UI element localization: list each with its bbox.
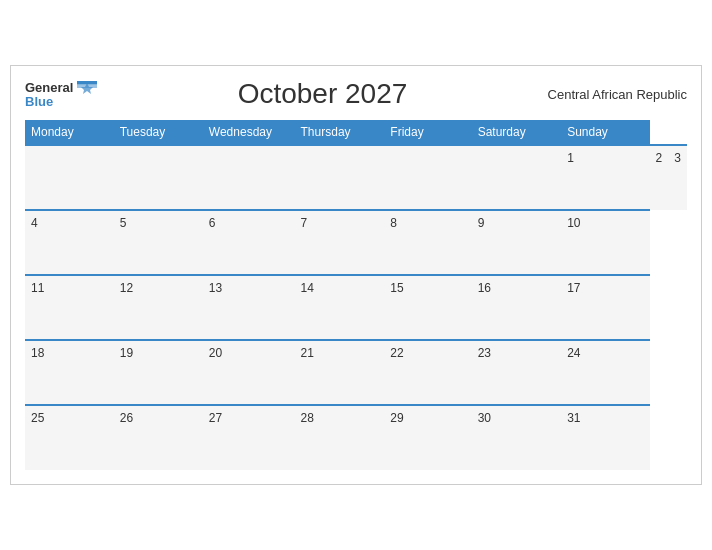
day-number: 24 xyxy=(567,346,580,360)
day-number: 22 xyxy=(390,346,403,360)
calendar-title: October 2027 xyxy=(238,78,408,110)
logo-general-text: General xyxy=(25,81,73,94)
table-row xyxy=(295,145,385,210)
day-number: 11 xyxy=(31,281,44,295)
table-row: 9 xyxy=(472,210,561,275)
day-number: 29 xyxy=(390,411,403,425)
day-number: 27 xyxy=(209,411,222,425)
calendar-week-row: 123 xyxy=(25,145,687,210)
table-row: 4 xyxy=(25,210,114,275)
table-row: 21 xyxy=(295,340,385,405)
calendar-header: General Blue October 2027 Central Africa… xyxy=(25,78,687,110)
table-row: 10 xyxy=(561,210,649,275)
day-number: 12 xyxy=(120,281,133,295)
calendar-week-row: 25262728293031 xyxy=(25,405,687,470)
table-row: 5 xyxy=(114,210,203,275)
day-number: 23 xyxy=(478,346,491,360)
table-row: 2 xyxy=(650,145,669,210)
table-row xyxy=(384,145,471,210)
day-number: 1 xyxy=(567,151,574,165)
table-row: 1 xyxy=(561,145,649,210)
table-row: 15 xyxy=(384,275,471,340)
calendar-country: Central African Republic xyxy=(548,87,687,102)
calendar-week-row: 45678910 xyxy=(25,210,687,275)
table-row: 20 xyxy=(203,340,295,405)
weekday-header-row: Monday Tuesday Wednesday Thursday Friday… xyxy=(25,120,687,145)
day-number: 26 xyxy=(120,411,133,425)
table-row: 26 xyxy=(114,405,203,470)
day-number: 13 xyxy=(209,281,222,295)
table-row xyxy=(203,145,295,210)
day-number: 10 xyxy=(567,216,580,230)
logo-blue-text: Blue xyxy=(25,95,97,108)
header-tuesday: Tuesday xyxy=(114,120,203,145)
table-row: 22 xyxy=(384,340,471,405)
day-number: 5 xyxy=(120,216,127,230)
table-row: 25 xyxy=(25,405,114,470)
day-number: 3 xyxy=(674,151,681,165)
calendar-table: Monday Tuesday Wednesday Thursday Friday… xyxy=(25,120,687,470)
table-row: 31 xyxy=(561,405,649,470)
header-saturday: Saturday xyxy=(472,120,561,145)
day-number: 14 xyxy=(301,281,314,295)
logo: General Blue xyxy=(25,81,97,108)
table-row: 13 xyxy=(203,275,295,340)
day-number: 9 xyxy=(478,216,485,230)
day-number: 18 xyxy=(31,346,44,360)
day-number: 8 xyxy=(390,216,397,230)
calendar-week-row: 11121314151617 xyxy=(25,275,687,340)
day-number: 6 xyxy=(209,216,216,230)
table-row: 8 xyxy=(384,210,471,275)
header-wednesday: Wednesday xyxy=(203,120,295,145)
table-row: 29 xyxy=(384,405,471,470)
table-row: 30 xyxy=(472,405,561,470)
table-row: 11 xyxy=(25,275,114,340)
day-number: 19 xyxy=(120,346,133,360)
table-row: 24 xyxy=(561,340,649,405)
table-row: 12 xyxy=(114,275,203,340)
day-number: 4 xyxy=(31,216,38,230)
day-number: 2 xyxy=(656,151,663,165)
day-number: 31 xyxy=(567,411,580,425)
day-number: 30 xyxy=(478,411,491,425)
day-number: 21 xyxy=(301,346,314,360)
logo-flag-icon xyxy=(77,81,97,95)
calendar-container: General Blue October 2027 Central Africa… xyxy=(10,65,702,485)
day-number: 15 xyxy=(390,281,403,295)
header-monday: Monday xyxy=(25,120,114,145)
header-thursday: Thursday xyxy=(295,120,385,145)
table-row xyxy=(472,145,561,210)
table-row: 18 xyxy=(25,340,114,405)
table-row: 23 xyxy=(472,340,561,405)
header-friday: Friday xyxy=(384,120,471,145)
table-row: 3 xyxy=(668,145,687,210)
table-row: 6 xyxy=(203,210,295,275)
day-number: 25 xyxy=(31,411,44,425)
day-number: 17 xyxy=(567,281,580,295)
table-row xyxy=(25,145,114,210)
day-number: 7 xyxy=(301,216,308,230)
table-row: 28 xyxy=(295,405,385,470)
day-number: 28 xyxy=(301,411,314,425)
table-row xyxy=(114,145,203,210)
table-row: 14 xyxy=(295,275,385,340)
table-row: 19 xyxy=(114,340,203,405)
table-row: 7 xyxy=(295,210,385,275)
table-row: 17 xyxy=(561,275,649,340)
table-row: 16 xyxy=(472,275,561,340)
header-sunday: Sunday xyxy=(561,120,649,145)
day-number: 16 xyxy=(478,281,491,295)
day-number: 20 xyxy=(209,346,222,360)
table-row: 27 xyxy=(203,405,295,470)
calendar-week-row: 18192021222324 xyxy=(25,340,687,405)
